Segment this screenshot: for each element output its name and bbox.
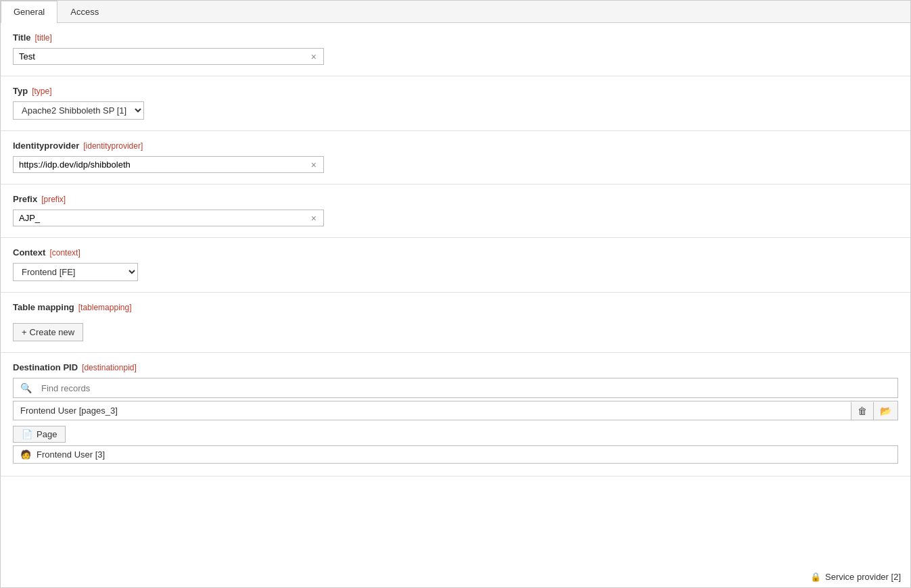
- person-icon: 🧑: [20, 449, 31, 460]
- tablemapping-section: Table mapping [tablemapping] + Create ne…: [1, 293, 910, 353]
- destinationpid-section: Destination PID [destinationpid] 🔍 Front…: [1, 353, 910, 476]
- prefix-clear-button[interactable]: ×: [310, 214, 318, 223]
- search-input[interactable]: [39, 379, 897, 397]
- typ-section: Typ [type] Apache2 Shibboleth SP [1] Oth…: [1, 76, 910, 131]
- page-button[interactable]: 📄 Page: [13, 426, 66, 443]
- destinationpid-label: Destination PID [destinationpid]: [13, 362, 898, 372]
- identityprovider-clear-button[interactable]: ×: [310, 160, 318, 170]
- destinationpid-search-row: 🔍: [13, 378, 898, 398]
- record-actions: 🗑 📂: [851, 402, 897, 420]
- tab-general[interactable]: General: [1, 1, 57, 23]
- identityprovider-section: Identityprovider [identityprovider] ×: [1, 131, 910, 185]
- identityprovider-input[interactable]: [19, 160, 310, 170]
- tablemapping-tag: [tablemapping]: [78, 303, 132, 312]
- prefix-tag: [prefix]: [41, 195, 66, 204]
- context-label: Context [context]: [13, 247, 898, 258]
- tab-access[interactable]: Access: [57, 1, 112, 22]
- tabs-bar: General Access: [1, 1, 910, 23]
- search-icon: 🔍: [20, 383, 32, 393]
- prefix-section: Prefix [prefix] ×: [1, 185, 910, 238]
- sub-item-label: Frontend User [3]: [37, 449, 105, 460]
- identityprovider-label: Identityprovider [identityprovider]: [13, 141, 898, 151]
- main-container: General Access Title [title] × Typ [type…: [0, 0, 911, 588]
- title-label: Title [title]: [13, 32, 898, 43]
- title-input[interactable]: [19, 51, 310, 62]
- lock-icon: 🔒: [810, 572, 821, 582]
- identityprovider-tag: [identityprovider]: [83, 141, 143, 151]
- context-tag: [context]: [49, 248, 80, 258]
- record-value: Frontend User [pages_3]: [14, 401, 851, 420]
- typ-label: Typ [type]: [13, 86, 898, 96]
- footer: 🔒 Service provider [2]: [801, 566, 910, 587]
- destinationpid-tag: [destinationpid]: [82, 363, 137, 372]
- footer-label: Service provider [2]: [825, 572, 901, 582]
- destinationpid-record-row: Frontend User [pages_3] 🗑 📂: [13, 401, 898, 420]
- title-input-wrapper: ×: [13, 48, 324, 65]
- title-section: Title [title] ×: [1, 23, 910, 76]
- prefix-label: Prefix [prefix]: [13, 194, 898, 204]
- title-clear-button[interactable]: ×: [310, 52, 318, 62]
- browse-icon: 📂: [880, 406, 891, 416]
- page-label: Page: [37, 429, 57, 439]
- plus-icon: +: [22, 327, 27, 337]
- browse-record-button[interactable]: 📂: [873, 402, 897, 420]
- prefix-input[interactable]: [19, 213, 310, 223]
- delete-record-button[interactable]: 🗑: [851, 402, 873, 420]
- context-section: Context [context] Frontend [FE] Backend …: [1, 238, 910, 293]
- typ-select[interactable]: Apache2 Shibboleth SP [1] Other: [13, 101, 144, 120]
- create-new-label: Create new: [30, 327, 74, 337]
- title-tag: [title]: [35, 33, 52, 43]
- search-button[interactable]: 🔍: [14, 378, 39, 397]
- page-button-wrapper: 📄 Page: [13, 423, 898, 445]
- identityprovider-input-wrapper: ×: [13, 156, 324, 173]
- delete-icon: 🗑: [858, 406, 867, 416]
- create-new-button[interactable]: + Create new: [13, 323, 83, 341]
- tablemapping-label: Table mapping [tablemapping]: [13, 302, 898, 312]
- page-doc-icon: 📄: [22, 429, 32, 439]
- prefix-input-wrapper: ×: [13, 210, 324, 226]
- typ-tag: [type]: [32, 87, 51, 96]
- destinationpid-sub-item: 🧑 Frontend User [3]: [13, 445, 898, 464]
- context-select[interactable]: Frontend [FE] Backend [BE]: [13, 263, 138, 281]
